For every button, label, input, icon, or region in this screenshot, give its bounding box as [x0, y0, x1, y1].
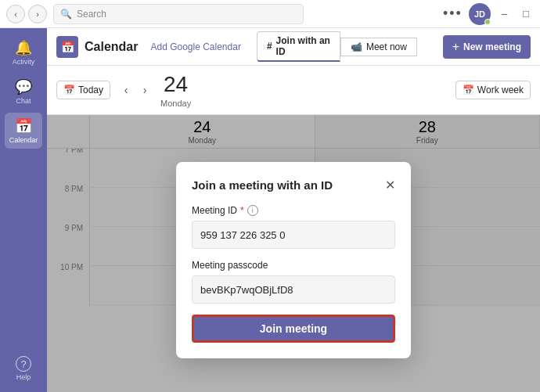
calendar-date: 24 Monday [160, 72, 191, 108]
sidebar-item-activity[interactable]: 🔔 Activity [5, 34, 42, 70]
main-content: 📅 Calendar Add Google Calendar # Join wi… [47, 28, 540, 392]
today-button[interactable]: 📅 Today [56, 81, 110, 99]
tab-meet-label: Meet now [366, 41, 407, 52]
minimize-button[interactable]: – [497, 8, 512, 20]
new-meeting-label: New meeting [463, 41, 521, 52]
work-week-icon: 📅 [463, 85, 474, 95]
sidebar-label-chat: Chat [16, 97, 31, 105]
work-week-button[interactable]: 📅 Work week [455, 81, 531, 99]
forward-button[interactable]: › [28, 5, 47, 23]
info-icon[interactable]: i [247, 205, 258, 216]
sidebar-label-calendar: Calendar [9, 136, 38, 144]
passcode-input[interactable] [192, 275, 395, 304]
modal-close-button[interactable]: ✕ [385, 178, 395, 192]
sidebar-item-help[interactable]: ? Help [5, 351, 42, 386]
nav-buttons: ‹ › [6, 5, 47, 23]
passcode-label: Meeting passcode [192, 260, 395, 271]
next-button[interactable]: › [135, 81, 154, 99]
calendar-area: 24 Monday 28 Friday 7 PM 8 PM [47, 115, 540, 392]
tab-meet-now[interactable]: 📹 Meet now [340, 38, 417, 56]
meeting-id-input[interactable] [192, 221, 395, 249]
plus-icon: + [452, 40, 459, 54]
search-bar[interactable]: 🔍 Search [53, 4, 304, 24]
tab-join-with-id[interactable]: # Join with anID [257, 31, 340, 62]
page-title: 📅 Calendar [56, 36, 138, 58]
chat-icon: 💬 [15, 78, 32, 95]
modal-overlay: Join a meeting with an ID ✕ Meeting ID *… [47, 115, 540, 392]
new-meeting-button[interactable]: + New meeting [443, 35, 531, 59]
title-text: Calendar [85, 40, 138, 54]
meeting-id-label: Meeting ID * i [192, 205, 395, 216]
join-meeting-modal: Join a meeting with an ID ✕ Meeting ID *… [176, 162, 411, 358]
sidebar-label-help: Help [16, 373, 31, 381]
search-icon: 🔍 [60, 9, 72, 20]
today-label: Today [78, 85, 103, 95]
modal-header: Join a meeting with an ID ✕ [192, 178, 395, 192]
titlebar: ‹ › 🔍 Search ••• JD – □ [0, 0, 540, 28]
calendar-toolbar: 📅 Today ‹ › 24 Monday 📅 Work week [47, 66, 540, 115]
calendar-icon: 📅 [15, 117, 32, 135]
sidebar: 🔔 Activity 💬 Chat 📅 Calendar ? Help [0, 28, 47, 392]
sidebar-item-calendar[interactable]: 📅 Calendar [5, 113, 42, 149]
join-meeting-button[interactable]: Join meeting [192, 315, 395, 343]
presence-indicator [484, 19, 491, 25]
page-header: 📅 Calendar Add Google Calendar # Join wi… [47, 28, 540, 66]
date-number: 24 [164, 72, 188, 97]
tab-join-label: Join with anID [276, 35, 330, 57]
back-button[interactable]: ‹ [6, 5, 25, 23]
hash-icon: # [267, 41, 272, 52]
app-body: 🔔 Activity 💬 Chat 📅 Calendar ? Help 📅 Ca… [0, 28, 540, 392]
modal-title: Join a meeting with an ID [192, 178, 333, 192]
avatar[interactable]: JD [469, 3, 491, 25]
prev-button[interactable]: ‹ [117, 81, 135, 99]
calendar-nav: ‹ › [117, 81, 154, 99]
calendar-header-icon: 📅 [56, 36, 78, 58]
add-google-calendar-button[interactable]: Add Google Calendar [150, 41, 240, 52]
more-options-icon[interactable]: ••• [443, 5, 463, 22]
search-placeholder: Search [77, 9, 106, 20]
video-icon: 📹 [351, 41, 362, 52]
sidebar-item-chat[interactable]: 💬 Chat [5, 74, 42, 110]
maximize-button[interactable]: □ [518, 8, 534, 20]
header-tabs: # Join with anID 📹 Meet now [257, 31, 417, 62]
avatar-initials: JD [474, 9, 485, 19]
help-icon: ? [16, 356, 31, 372]
passcode-label-text: Meeting passcode [192, 260, 268, 271]
date-day-label: Monday [160, 99, 191, 108]
required-star: * [240, 205, 244, 216]
activity-icon: 🔔 [15, 39, 32, 56]
work-week-label: Work week [477, 85, 524, 95]
titlebar-right: ••• JD – □ [443, 3, 534, 25]
meeting-id-label-text: Meeting ID [192, 205, 237, 216]
today-icon: 📅 [63, 85, 75, 95]
sidebar-label-activity: Activity [13, 58, 35, 66]
